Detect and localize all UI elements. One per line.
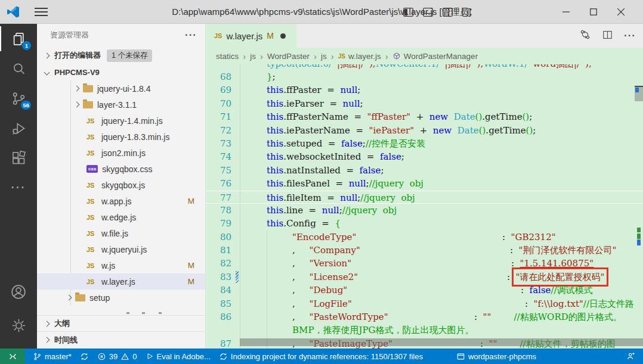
code-line-content: BMP，推荐使用JPG格式，防止出现大图片。 — [240, 323, 474, 337]
chevron-down-icon — [44, 70, 50, 76]
code-line[interactable]: 75this.natInstalled = false; — [206, 164, 643, 177]
code-line[interactable]: 71this.ffPasterName = "ffPaster" + new D… — [206, 110, 643, 123]
settings-gear-icon[interactable] — [0, 310, 37, 340]
feedback-icon[interactable] — [622, 349, 643, 364]
code-line-content: this.setuped = false;//控件是否安装 — [240, 137, 425, 150]
vscode-window: D:\app\wamp64\www\phpcms-v9\statics\js\W… — [0, 0, 643, 364]
tab-w-layer-js[interactable]: JS w.layer.js M — [206, 24, 296, 48]
code-line[interactable]: 70this.ieParser = null; — [206, 97, 643, 110]
tree-item-jquery-1.8.3.min.js[interactable]: JSjquery-1.8.3.min.js — [37, 129, 205, 145]
code-line[interactable]: 68}; — [206, 70, 643, 83]
code-line[interactable]: 76this.filesPanel = null;//jquery obj — [206, 177, 643, 190]
code-token: { — [335, 218, 341, 229]
code-token: ; — [360, 98, 363, 109]
outline-section[interactable]: 大纲 — [37, 315, 205, 331]
breadcrumb-item[interactable]: WordPasterManager — [404, 52, 478, 61]
workspace-status[interactable]: wordpaster-phpcms — [452, 349, 540, 364]
customize-layout-icon[interactable] — [462, 8, 472, 17]
account-icon[interactable] — [0, 277, 37, 307]
code-token: this — [267, 111, 283, 122]
split-editor-icon[interactable] — [602, 29, 613, 43]
open-changes-icon[interactable] — [579, 29, 591, 43]
tree-item-w.layer.js[interactable]: JSw.layer.jsM — [37, 273, 205, 290]
toggle-secondary-sidebar-icon[interactable] — [443, 8, 453, 17]
tree-item-w.jqueryui.js[interactable]: JSw.jqueryui.js — [37, 241, 205, 257]
tree-item-jquery-ui-1.8.4[interactable]: jquery-ui-1.8.4 — [37, 80, 205, 97]
code-value-group: : "" //粘贴WORD的图片格式。 — [474, 310, 622, 323]
js-file-icon: JS — [86, 198, 97, 205]
close-button[interactable] — [607, 0, 635, 24]
remote-indicator-icon[interactable] — [0, 349, 25, 364]
gutter-modified-marker — [236, 271, 239, 283]
modified-badge: M — [188, 277, 194, 286]
code-line[interactable]: 72this.iePasterName = "iePaster" + new D… — [206, 124, 643, 137]
minimize-button[interactable] — [552, 0, 580, 24]
code-line[interactable]: 69this.ffPaster = null; — [206, 83, 643, 97]
breadcrumb-item[interactable]: statics — [216, 52, 239, 61]
tree-item-skygqbox.css[interactable]: cssskygqbox.css — [37, 161, 205, 177]
tree-item-jquery-1.4.min.js[interactable]: JSjquery-1.4.min.js — [37, 113, 205, 129]
tree-item-w.edge.js[interactable]: JSw.edge.js — [37, 209, 205, 225]
git-branch-status[interactable]: master* — [29, 349, 76, 364]
code-line[interactable]: typeof(local:0/ '|插图|/ ');NowCenter:1/ '… — [206, 64, 643, 70]
explorer-activity-icon[interactable]: 1 — [0, 24, 37, 54]
tree-item-w.file.js[interactable]: JSw.file.js — [37, 225, 205, 241]
code-line[interactable]: 74this.websocketInited = false; — [206, 150, 643, 163]
tree-item-json2.min.js[interactable]: JSjson2.min.js — [37, 145, 205, 161]
extensions-icon[interactable] — [0, 143, 37, 173]
code-line[interactable]: 78this.line = null;//jquery obj — [206, 204, 643, 217]
code-line[interactable]: 80"EncodeType": "GB2312" — [206, 231, 643, 244]
search-icon[interactable] — [0, 54, 37, 83]
code-editor[interactable]: typeof(local:0/ '|插图|/ ');NowCenter:1/ '… — [206, 64, 643, 349]
tree-item-skygqbox.js[interactable]: JSskygqbox.js — [37, 177, 205, 193]
source-control-icon[interactable]: 56 — [0, 83, 37, 113]
breadcrumb-item[interactable]: w.layer.js — [348, 52, 381, 61]
open-editors-label: 打开的编辑器 — [54, 50, 101, 61]
overview-ruler-mark — [635, 88, 639, 92]
line-number: 71 — [206, 110, 240, 123]
open-editors-section[interactable]: 打开的编辑器 1 个未保存 — [37, 46, 205, 64]
horizontal-scrollbar[interactable] — [240, 338, 643, 346]
explorer-more-actions-icon[interactable]: ··· — [185, 29, 197, 41]
code-token: null — [340, 192, 357, 203]
code-line[interactable]: 86, "PasteWordType": "" //粘贴WORD的图片格式。 — [206, 310, 643, 323]
workspace-root-section[interactable]: PHPCMS-V9 — [37, 64, 205, 80]
tree-item-setup[interactable]: setup — [37, 290, 205, 306]
code-line[interactable]: 81, "Company": "荆门泽优软件有限公司" — [206, 244, 643, 257]
maximize-button[interactable] — [580, 0, 607, 24]
overview-ruler-mark — [637, 228, 641, 232]
breadcrumb-item[interactable]: WordPaster — [267, 52, 310, 61]
breadcrumb-item[interactable]: js — [321, 52, 327, 61]
indexing-status[interactable]: Indexing project for dynamic references:… — [215, 349, 427, 364]
js-file-icon: JS — [86, 150, 97, 157]
code-line[interactable]: 85, "LogFile": "f:\\log.txt"//日志文件路 — [206, 297, 643, 310]
run-debug-icon[interactable] — [0, 113, 37, 143]
code-token: this — [267, 205, 283, 216]
problems-status[interactable]: 39 0 — [93, 349, 141, 364]
file-tree: jquery-ui-1.8.4layer-3.1.1JSjquery-1.4.m… — [37, 80, 205, 306]
tree-item-layer-3.1.1[interactable]: layer-3.1.1 — [37, 97, 205, 113]
tree-item-w.js[interactable]: JSw.jsM — [37, 257, 205, 273]
code-line[interactable]: BMP，推荐使用JPG格式，防止出现大图片。 — [206, 323, 643, 337]
task-eval-button[interactable]: Eval in Adobe... — [141, 349, 215, 364]
code-line[interactable]: 77this.fileItem = null;//jquery obj — [206, 191, 643, 204]
js-file-icon: JS — [86, 133, 97, 141]
code-line-content: }; — [240, 70, 276, 83]
code-token — [491, 312, 514, 322]
unsaved-dot-icon[interactable] — [280, 33, 286, 39]
timeline-section[interactable]: 时间线 — [37, 331, 205, 348]
code-line[interactable]: 73this.setuped = false;//控件是否安装 — [206, 137, 643, 150]
editor-more-actions-icon[interactable]: ··· — [624, 30, 636, 42]
breadcrumb-item[interactable]: js — [250, 52, 256, 61]
code-token: this — [267, 98, 283, 109]
code-token: () — [523, 111, 530, 122]
code-line[interactable]: 79this.Config = { — [206, 217, 643, 230]
sync-changes-icon[interactable] — [76, 349, 93, 364]
toggle-panel-icon[interactable] — [423, 8, 433, 17]
tree-item-w.app.js[interactable]: JSw.app.jsM — [37, 193, 205, 209]
code-line[interactable]: 82, "Version": "1.5.141.60875" — [206, 257, 643, 270]
more-actions-icon[interactable]: ··· — [0, 173, 37, 203]
code-line[interactable]: 83, "License2": "请在此处配置授权码" — [206, 270, 643, 284]
code-line[interactable]: 84, "Debug": false//调试模式 — [206, 284, 643, 297]
toggle-sidebar-icon[interactable] — [403, 8, 413, 17]
